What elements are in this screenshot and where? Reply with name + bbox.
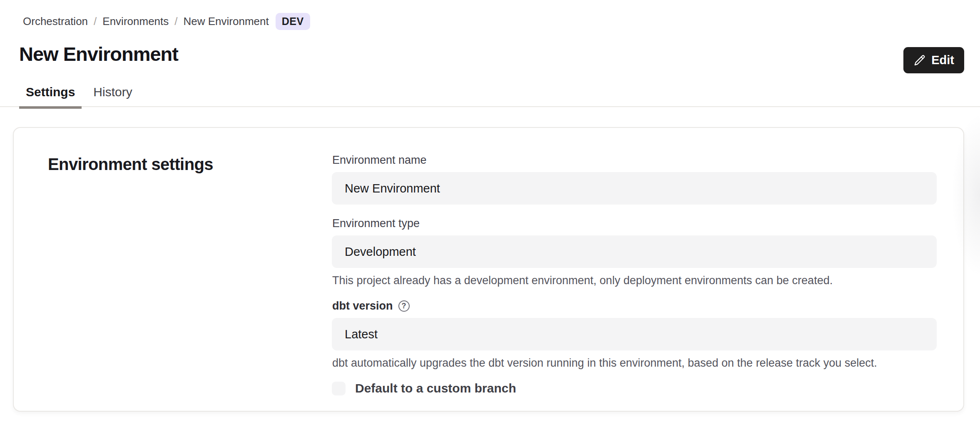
- environment-settings-form: Environment name Environment type This p…: [332, 153, 937, 395]
- edit-button-label: Edit: [931, 53, 954, 67]
- environment-type-helper-text: This project already has a development e…: [332, 274, 937, 287]
- environment-name-label: Environment name: [332, 153, 937, 167]
- dbt-version-input[interactable]: [332, 318, 937, 350]
- card-heading: Environment settings: [48, 155, 332, 174]
- environment-name-input[interactable]: [332, 172, 937, 205]
- dbt-version-label-row: dbt version ?: [332, 299, 937, 313]
- page-title: New Environment: [19, 42, 178, 65]
- breadcrumb-environments[interactable]: Environments: [102, 15, 169, 28]
- dbt-version-helper-text: dbt automatically upgrades the dbt versi…: [332, 356, 937, 370]
- breadcrumb: Orchestration / Environments / New Envir…: [23, 12, 310, 31]
- edit-button[interactable]: Edit: [903, 47, 964, 73]
- custom-branch-checkbox[interactable]: [332, 382, 346, 395]
- environment-settings-card: Environment settings Environment name En…: [13, 127, 964, 412]
- breadcrumb-separator: /: [94, 15, 97, 28]
- breadcrumb-new-environment[interactable]: New Environment: [184, 15, 269, 28]
- custom-branch-label[interactable]: Default to a custom branch: [355, 381, 516, 395]
- custom-branch-row: Default to a custom branch: [332, 381, 937, 395]
- tab-settings[interactable]: Settings: [19, 83, 82, 109]
- environment-type-label: Environment type: [332, 216, 937, 230]
- environment-name-field: Environment name: [332, 153, 937, 205]
- dbt-version-field: dbt version ? dbt automatically upgrades…: [332, 299, 937, 370]
- tab-history[interactable]: History: [87, 83, 139, 109]
- environment-type-field: Environment type This project already ha…: [332, 216, 937, 287]
- environment-type-input[interactable]: [332, 235, 937, 268]
- environment-type-badge: DEV: [276, 13, 310, 30]
- tabs-divider: [0, 106, 980, 107]
- tab-bar: Settings History: [19, 83, 139, 109]
- breadcrumb-separator: /: [174, 15, 177, 28]
- breadcrumb-orchestration[interactable]: Orchestration: [23, 15, 88, 28]
- pencil-icon: [913, 54, 926, 67]
- dbt-version-label: dbt version: [332, 299, 393, 313]
- question-circle-icon[interactable]: ?: [398, 300, 410, 312]
